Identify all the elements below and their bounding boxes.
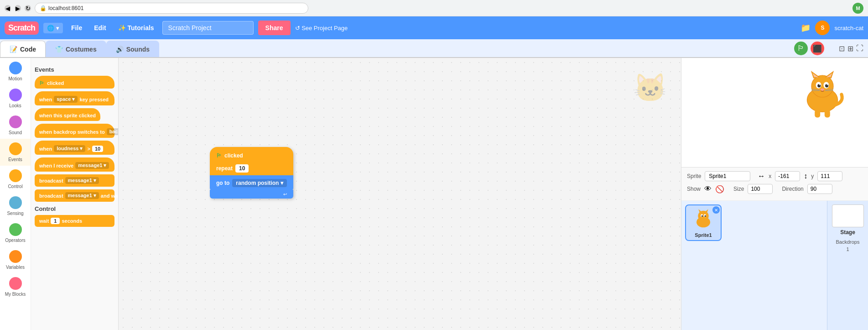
block-when-key-pressed[interactable]: when space ▾ key pressed — [35, 91, 114, 105]
receive-dropdown[interactable]: message1 ▾ — [75, 162, 109, 169]
file-menu-button[interactable]: File — [68, 22, 86, 33]
category-motion-label: Motion — [8, 76, 22, 81]
block-wait-seconds[interactable]: wait 1 seconds — [35, 215, 114, 227]
language-button[interactable]: 🌐 ▾ — [43, 23, 63, 33]
category-sound[interactable]: Sound — [0, 112, 31, 139]
tab-sounds-label: Sounds — [126, 46, 150, 53]
tab-sounds[interactable]: 🔊 Sounds — [106, 41, 159, 57]
category-motion[interactable]: Motion — [0, 58, 31, 85]
block-wait-label: wait — [39, 218, 49, 224]
folder-button[interactable]: 📁 — [800, 23, 811, 33]
stage-preview — [681, 58, 868, 168]
tab-code-label: Code — [20, 46, 36, 53]
category-sensing[interactable]: Sensing — [0, 193, 31, 220]
sprites-stage-row: ✕ Sprite1 Stage — [681, 201, 868, 330]
show-visible-button[interactable]: 👁 — [704, 185, 712, 193]
canvas-block-bottom: ↩ — [210, 190, 293, 199]
sensing-dot — [9, 196, 22, 209]
control-dot — [9, 169, 22, 182]
blocks-panel: Motion Looks Sound Events Control — [0, 58, 119, 330]
category-control[interactable]: Control — [0, 166, 31, 193]
block-stack[interactable]: 🏳 clicked repeat 10 go to random positio… — [210, 147, 293, 199]
bottom-arc-icon: ↩ — [283, 192, 287, 197]
canvas-cat-watermark: 🐱 — [633, 72, 667, 104]
canvas-position-dropdown[interactable]: random position ▾ — [232, 179, 286, 187]
broadcast-dropdown[interactable]: message1 ▾ — [65, 177, 99, 184]
key-dropdown[interactable]: space ▾ — [54, 96, 78, 103]
block-when-sprite-clicked[interactable]: when this sprite clicked — [35, 108, 100, 121]
block-broadcast[interactable]: broadcast message1 ▾ — [35, 174, 114, 187]
normal-stage-button[interactable]: ⊞ — [847, 44, 853, 53]
block-when-backdrop[interactable]: when backdrop switches to backdrop1 ▾ — [35, 124, 114, 138]
sprite-name-row: Sprite ↔ x ↕ y — [687, 171, 863, 181]
block-when-flag-clicked[interactable]: 🏳 clicked — [35, 76, 114, 89]
broadcast-wait-dropdown[interactable]: message1 ▾ — [65, 192, 99, 199]
category-myblocks[interactable]: My Blocks — [0, 273, 31, 300]
sounds-icon: 🔊 — [116, 46, 124, 53]
sprite-name-input[interactable] — [705, 171, 750, 181]
stage-thumbnail[interactable] — [832, 204, 864, 227]
svg-point-12 — [821, 89, 824, 91]
category-looks-label: Looks — [9, 103, 21, 108]
wait-value[interactable]: 1 — [51, 218, 60, 224]
svg-marker-21 — [705, 209, 708, 212]
svg-point-24 — [702, 215, 703, 217]
canvas-repeat-value[interactable]: 10 — [235, 164, 249, 173]
forward-button[interactable]: ▶ — [15, 5, 21, 11]
canvas-block-flag[interactable]: 🏳 clicked — [210, 147, 293, 162]
block-when-loudness[interactable]: when loudness ▾ > 10 — [35, 141, 114, 155]
tab-costumes[interactable]: 👕 Costumes — [46, 41, 106, 57]
project-name-input[interactable] — [162, 21, 254, 35]
cat-sprite — [795, 67, 850, 122]
blocks-list: Events 🏳 clicked when space ▾ key presse… — [31, 58, 118, 330]
x-coord-input[interactable] — [775, 171, 800, 181]
back-button[interactable]: ◀ — [5, 5, 11, 11]
sprite-thumb-cat-icon — [692, 208, 715, 230]
share-button[interactable]: Share — [258, 21, 291, 35]
block-broadcast-wait[interactable]: broadcast message1 ▾ and wait — [35, 189, 114, 202]
svg-rect-18 — [825, 110, 830, 118]
block-when-receive[interactable]: when I receive message1 ▾ — [35, 157, 114, 172]
edit-menu-button[interactable]: Edit — [90, 22, 109, 33]
tutorials-button[interactable]: ✨ Tutorials — [114, 22, 158, 33]
canvas-area[interactable]: 🐱 🏳 clicked repeat 10 — [119, 58, 681, 330]
loudness-dropdown[interactable]: loudness ▾ — [54, 145, 85, 152]
variables-dot — [9, 250, 22, 263]
y-coord-input[interactable] — [817, 171, 842, 181]
stage-section-title: Stage — [840, 229, 855, 236]
size-input[interactable] — [748, 184, 773, 194]
category-events[interactable]: Events — [0, 139, 31, 166]
address-bar[interactable]: 🔒 localhost:8601 — [35, 3, 308, 14]
svg-point-9 — [825, 84, 828, 87]
category-events-label: Events — [8, 157, 22, 162]
see-project-button[interactable]: ↺ See Project Page — [295, 25, 348, 31]
canvas-background: 🐱 🏳 clicked repeat 10 — [119, 58, 681, 330]
refresh-button[interactable]: ↻ — [25, 5, 31, 11]
green-flag-button[interactable]: 🏳 — [794, 42, 808, 55]
show-hidden-button[interactable]: 🚫 — [715, 185, 724, 194]
canvas-flag-icon: 🏳 — [216, 152, 222, 159]
canvas-block-repeat[interactable]: repeat 10 — [210, 162, 293, 175]
shrink-stage-button[interactable]: ⊡ — [839, 44, 845, 53]
stage-top-controls: 🏳 ⬛ ⊡ ⊞ ⛶ — [794, 39, 863, 58]
arrow-x-icon: ↔ — [758, 172, 765, 180]
direction-input[interactable] — [807, 184, 832, 194]
category-operators[interactable]: Operators — [0, 220, 31, 246]
fullscreen-button[interactable]: ⛶ — [856, 44, 863, 52]
category-control-label: Control — [8, 184, 22, 189]
canvas-block-goto[interactable]: go to random position ▾ — [210, 175, 293, 191]
globe-icon: 🌐 — [47, 25, 54, 31]
category-variables[interactable]: Variables — [0, 246, 31, 273]
sprite-close-button[interactable]: ✕ — [712, 206, 720, 214]
category-looks[interactable]: Looks — [0, 85, 31, 112]
svg-point-1 — [811, 75, 833, 97]
stop-button[interactable]: ⬛ — [811, 42, 824, 55]
green-flag-icon: 🏳 — [39, 80, 44, 86]
backdrop-dropdown[interactable]: backdrop1 ▾ — [107, 128, 118, 135]
backdrops-label: Backdrops — [836, 239, 860, 245]
loudness-value[interactable]: 10 — [92, 146, 103, 152]
lock-icon: 🔒 — [40, 5, 47, 11]
username-label: scratch-cat — [834, 25, 863, 31]
sprite-thumb-sprite1[interactable]: ✕ Sprite1 — [685, 204, 722, 241]
tab-code[interactable]: 📝 Code — [0, 41, 46, 57]
